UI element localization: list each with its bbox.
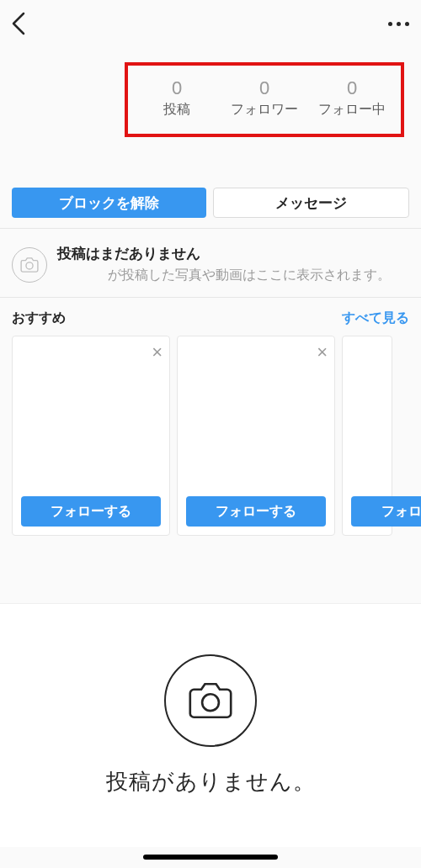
empty-posts-title: 投稿はまだありません	[57, 244, 409, 263]
follow-button[interactable]: フォローする	[186, 496, 326, 527]
stat-followers[interactable]: 0 フォロワー	[221, 77, 308, 119]
stat-posts[interactable]: 0 投稿	[133, 77, 221, 119]
stat-following-label: フォロー中	[308, 101, 396, 119]
suggestion-card: × フォローする	[177, 336, 335, 536]
stat-followers-label: フォロワー	[221, 101, 308, 119]
camera-icon	[12, 247, 47, 283]
camera-icon	[164, 654, 257, 747]
spacer	[0, 553, 421, 603]
suggestion-card: フォロ	[342, 336, 392, 536]
back-button[interactable]	[12, 12, 25, 35]
empty-posts-subtitle: が投稿した写真や動画はここに表示されます。	[57, 265, 409, 285]
suggestions-title: おすすめ	[12, 310, 66, 327]
stat-posts-label: 投稿	[133, 101, 221, 119]
follow-button[interactable]: フォロ	[351, 496, 421, 527]
empty-posts-notice: 投稿はまだありません が投稿した写真や動画はここに表示されます。	[0, 229, 421, 297]
stat-posts-count: 0	[133, 77, 221, 99]
stat-followers-count: 0	[221, 77, 308, 99]
stat-following-count: 0	[308, 77, 396, 99]
stat-following[interactable]: 0 フォロー中	[308, 77, 396, 119]
svg-point-1	[202, 694, 219, 711]
message-button[interactable]: メッセージ	[213, 188, 409, 218]
profile-stats-highlight: 0 投稿 0 フォロワー 0 フォロー中	[125, 62, 404, 137]
suggestion-card: × フォローする	[12, 336, 170, 536]
more-options-button[interactable]	[388, 22, 409, 26]
no-posts-section: 投稿がありません。	[0, 603, 421, 847]
svg-point-0	[26, 262, 33, 269]
unblock-button[interactable]: ブロックを解除	[12, 188, 206, 218]
no-posts-text: 投稿がありません。	[0, 767, 421, 797]
suggestion-cards: × フォローする × フォローする フォロ	[0, 336, 421, 553]
follow-button[interactable]: フォローする	[21, 496, 161, 527]
home-indicator[interactable]	[143, 855, 278, 860]
see-all-link[interactable]: すべて見る	[342, 310, 409, 327]
close-icon[interactable]: ×	[317, 343, 328, 362]
close-icon[interactable]: ×	[152, 343, 163, 362]
